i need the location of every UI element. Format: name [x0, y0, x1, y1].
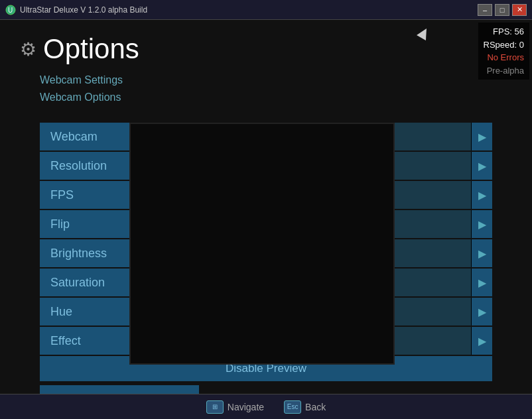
bottom-bar: ⊞ Navigate Esc Back — [0, 394, 532, 419]
errors-value: No Errors — [484, 51, 524, 64]
build-value: Pre-alpha — [484, 64, 524, 78]
breadcrumb-line2: Webcam Options — [40, 89, 123, 106]
arrow-right-hue[interactable]: ▶ — [471, 298, 492, 326]
main-area: FPS: 56 RSpeed: 0 No Errors Pre-alpha ⚙ … — [0, 20, 532, 419]
minimize-button[interactable]: – — [478, 4, 492, 16]
arrow-right-saturation[interactable]: ▶ — [471, 269, 492, 296]
fps-overlay: FPS: 56 RSpeed: 0 No Errors Pre-alpha — [478, 23, 529, 80]
arrow-right-fps[interactable]: ▶ — [471, 181, 492, 209]
app-icon: U — [5, 5, 16, 15]
arrow-right-resolution[interactable]: ▶ — [471, 152, 492, 180]
breadcrumb-line1: Webcam Settings — [40, 72, 123, 89]
title-bar-text: UltraStar Deluxe V 1.2.0 alpha Build — [20, 5, 147, 15]
rspeed-value: RSpeed: 0 — [484, 38, 524, 52]
arrow-right-effect[interactable]: ▶ — [471, 327, 492, 355]
options-header: ⚙ Options — [20, 33, 139, 65]
page-title: Options — [43, 33, 139, 65]
options-icon: ⚙ — [20, 38, 36, 60]
breadcrumb: Webcam Settings Webcam Options — [40, 72, 123, 105]
arrow-right-brightness[interactable]: ▶ — [471, 239, 492, 267]
maximize-button[interactable]: □ — [495, 4, 509, 16]
cursor-arrow — [417, 26, 431, 40]
navigate-hint: ⊞ Navigate — [206, 400, 264, 414]
webcam-preview-panel — [129, 123, 395, 365]
back-hint: Esc Back — [284, 400, 326, 414]
title-bar: U UltraStar Deluxe V 1.2.0 alpha Build –… — [0, 0, 532, 20]
arrow-right-webcam[interactable]: ▶ — [471, 123, 492, 150]
arrow-right-flip[interactable]: ▶ — [471, 210, 492, 238]
back-hint-label: Back — [305, 402, 326, 412]
navigate-icon: ⊞ — [206, 400, 224, 414]
svg-text:U: U — [8, 7, 13, 14]
title-bar-left: U UltraStar Deluxe V 1.2.0 alpha Build — [5, 5, 147, 15]
close-button[interactable]: ✕ — [512, 4, 527, 16]
fps-value: FPS: 56 — [484, 25, 524, 38]
esc-icon: Esc — [284, 400, 301, 414]
title-bar-controls: – □ ✕ — [478, 4, 527, 16]
navigate-label: Navigate — [228, 402, 264, 412]
